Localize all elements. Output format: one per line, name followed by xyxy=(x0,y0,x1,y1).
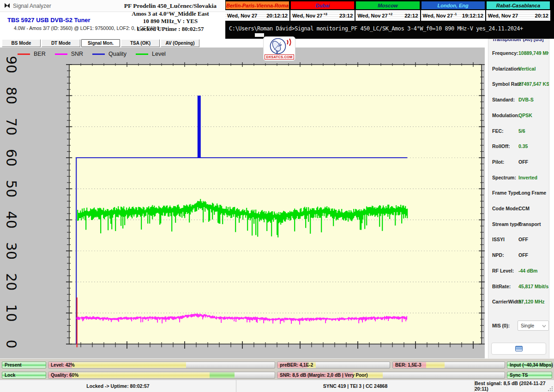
tp-value: 0.35 xyxy=(518,143,528,149)
meter-segment-yellow xyxy=(426,362,445,368)
resize-grip[interactable] xyxy=(548,386,553,391)
y-axis-label: 70 xyxy=(3,118,19,136)
transponder-title: Transponder (A0) [BS] xyxy=(492,39,543,42)
tp-value: QPSK xyxy=(518,113,532,118)
dxsatcs-logo: DXSATCS.COM xyxy=(263,36,295,61)
tp-value: Transport xyxy=(518,221,541,227)
clock-time: 19:12:12 xyxy=(462,13,483,18)
clock-time-row: Wed, Nov 2720:12 xyxy=(486,10,550,21)
y-axis-label: 10 xyxy=(3,304,19,322)
tp-value: -44 dBm xyxy=(518,268,537,273)
clock-1: Berlin-Paris-Vienna-RomaWed, Nov 2720:12… xyxy=(225,1,289,21)
meter-label: preBER: 4,1E-2 xyxy=(280,362,313,368)
meter-label: BER: 1,5E-3 xyxy=(395,362,422,368)
chevron-down-icon xyxy=(542,325,546,327)
mis-row: MIS (0): Single xyxy=(492,321,548,331)
meter-segment-yellow xyxy=(72,362,186,368)
tab-av-opening-[interactable]: AV (Opening) xyxy=(161,39,199,47)
y-axis-label: 30 xyxy=(3,242,19,260)
site-header-line4: Locked UPtime : 80:02:57 xyxy=(115,25,225,33)
clock-time: 22:12 xyxy=(404,13,418,18)
legend-item-level: Level xyxy=(136,51,166,57)
tp-value: OFF xyxy=(518,237,528,242)
clock-date: Wed, Nov 27 xyxy=(357,13,387,18)
clock-time: 23:12 xyxy=(339,13,353,18)
y-axis-label: 40 xyxy=(3,211,19,229)
tp-row-modulation-: Modulation:QPSK xyxy=(492,113,547,119)
tp-row-frame-type-: Frame Type:Long Frame xyxy=(492,190,547,196)
signal-chart: 0102030405060708090 xyxy=(0,48,485,358)
tab-bs-mode[interactable]: BS Mode xyxy=(2,39,41,47)
window-title: Signal Analyzer xyxy=(13,3,51,9)
mode-tabs: BS ModeDT ModeSignal Mon.TSA (OK)AV (Ope… xyxy=(2,39,199,47)
tp-row-carrierwidth-: CarrierWidth:37,120 MHz xyxy=(492,299,547,305)
y-axis-label: 80 xyxy=(3,87,19,104)
tp-value: 45,817 Mbit/s xyxy=(518,284,548,289)
status-sync-counters: SYNC 419 | TEI 3 | CC 24868 xyxy=(236,380,475,392)
clock-date: Wed, Nov 27 xyxy=(488,13,518,18)
tp-row-pilot-: Pilot:OFF xyxy=(492,159,547,166)
tp-label: FEC: xyxy=(492,128,504,134)
clock-city: Berlin-Paris-Vienna-Roma xyxy=(225,1,289,10)
site-header-line1: PF Prodelin 450_Lučenec/Slovakia xyxy=(115,2,225,10)
status-bar: Locked -> Uptime: 80:02:57 SYNC 419 | TE… xyxy=(0,380,554,392)
tp-label: Polarization: xyxy=(492,66,521,71)
y-axis-label: 50 xyxy=(3,180,19,197)
tab-tsa-ok-[interactable]: TSA (OK) xyxy=(121,39,160,47)
satellite-dish-icon xyxy=(264,37,295,55)
tp-row-fec-: FEC:5/6 xyxy=(492,128,547,135)
site-header-line3: 10 890 MHz_V : YES xyxy=(115,18,225,25)
clock-city: London, Eng xyxy=(421,1,485,10)
tp-value: 10889,749 MHz xyxy=(518,50,549,56)
clock-utc-offset: -1 xyxy=(454,12,457,16)
legend-swatch xyxy=(136,53,148,55)
terminal-prompt: C:\Users\Roman Dávid>Signal monitoring_P… xyxy=(229,25,523,32)
mis-value: Single xyxy=(521,323,534,328)
world-clocks: Berlin-Paris-Vienna-RomaWed, Nov 2720:12… xyxy=(225,1,550,21)
tab-dt-mode[interactable]: DT Mode xyxy=(42,39,80,47)
clock-date: Wed, Nov 27 xyxy=(423,13,453,18)
clock-time: 20:12 xyxy=(535,13,548,18)
snr-meter: SNR: 8,5 dB (Margin: 2,0 dB | Very Poor) xyxy=(277,372,505,379)
tp-label: NPD: xyxy=(492,252,504,258)
plot-area xyxy=(69,65,482,344)
logo-text: DXSATCS.COM xyxy=(265,54,294,59)
clock-2: DubaiWed, Nov 27+323:12 xyxy=(290,1,355,21)
y-axis-label: 60 xyxy=(3,149,19,166)
tp-row-issyi: ISSYIOFF xyxy=(492,237,547,243)
tp-value: 27497,547 KS/s xyxy=(518,81,549,87)
quality-meter: Quality: 60% xyxy=(48,372,275,379)
status-uptime: Locked -> Uptime: 80:02:57 xyxy=(0,380,236,392)
legend-swatch xyxy=(55,53,67,55)
clock-date: Wed, Nov 27 xyxy=(292,13,322,18)
tp-row-spectrum-: Spectrum:Inverted xyxy=(492,175,547,181)
clock-utc-offset: +2 xyxy=(389,12,393,16)
legend-label: SNR xyxy=(71,51,83,57)
tp-label: Stream type: xyxy=(492,221,522,227)
legend-swatch xyxy=(18,53,30,55)
site-header-line2: Amos 3 at 4.0°W_Middle East xyxy=(115,10,225,18)
meters-area: Present Level: 42% preBER: 4,1E-2 BER: 1… xyxy=(0,358,554,380)
tp-value: Inverted xyxy=(518,175,537,180)
quality-spike xyxy=(198,95,201,158)
sync-ts-badge: Sync TS xyxy=(507,372,552,379)
legend-item-snr: SNR xyxy=(55,51,83,57)
legend-label: Level xyxy=(152,51,166,57)
level-meter: Level: 42% xyxy=(48,362,275,368)
legend-label: Quality xyxy=(108,51,126,57)
legend-label: BER xyxy=(34,51,46,57)
tp-label: BitRate: xyxy=(492,284,511,289)
tp-row-code-mode-: Code Mode:CCM xyxy=(492,206,547,212)
clock-3: MoscowWed, Nov 27+222:12 xyxy=(355,1,420,21)
clock-time-row: Wed, Nov 2720:12:12 xyxy=(225,10,289,21)
tp-label: Spectrum: xyxy=(492,175,516,180)
clock-date: Wed, Nov 27 xyxy=(227,13,257,18)
clock-time-row: Wed, Nov 27+323:12 xyxy=(290,10,355,21)
tp-label: RollOff: xyxy=(492,143,510,149)
preber-meter: preBER: 4,1E-2 xyxy=(277,362,390,368)
save-button[interactable] xyxy=(491,343,546,355)
tab-signal-mon-[interactable]: Signal Mon. xyxy=(81,39,120,47)
tp-value: DVB-S xyxy=(518,97,534,102)
mis-dropdown[interactable]: Single xyxy=(518,321,549,331)
clock-time-row: Wed, Nov 27-119:12:12 xyxy=(421,10,485,21)
